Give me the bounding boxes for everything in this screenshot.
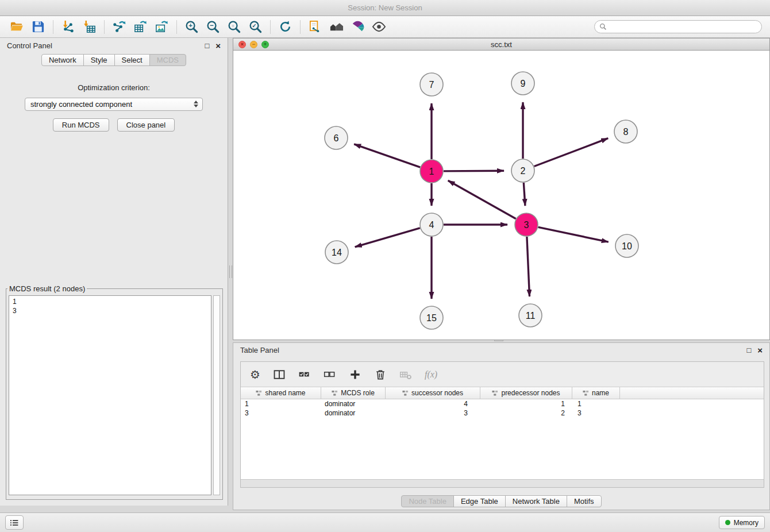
graph-node-7[interactable]: 7 [420, 73, 443, 96]
close-table-panel-icon[interactable]: × [757, 346, 763, 354]
control-tab-mcds[interactable]: MCDS [149, 54, 186, 66]
table-horizontal-scrollbar[interactable] [241, 479, 764, 487]
graph-node-8[interactable]: 8 [614, 120, 637, 143]
window-close-button[interactable]: × [238, 41, 246, 48]
show-hide-button[interactable] [370, 18, 387, 36]
search-input[interactable] [610, 22, 757, 32]
table-cell: 3 [386, 408, 480, 418]
sort-icon [256, 390, 262, 396]
refresh-button[interactable] [276, 18, 294, 36]
graph-edge-3-1[interactable] [448, 180, 516, 219]
network-window-titlebar[interactable]: × − + scc.txt [233, 38, 769, 51]
float-table-panel-icon[interactable]: □ [746, 346, 751, 354]
graph-node-6[interactable]: 6 [325, 126, 348, 149]
import-table-button[interactable] [80, 18, 98, 36]
graph-node-2[interactable]: 2 [511, 159, 534, 182]
column-header-shared-name[interactable]: shared name [241, 387, 321, 399]
network-from-selection-button[interactable] [306, 18, 324, 36]
export-network-button[interactable] [110, 18, 128, 36]
svg-text:+: + [188, 22, 192, 29]
svg-text:11: 11 [526, 311, 536, 321]
svg-text:✓: ✓ [252, 22, 256, 29]
graph-node-9[interactable]: 9 [511, 72, 534, 95]
close-panel-button[interactable]: Close panel [117, 118, 175, 132]
table-tab-node-table[interactable]: Node Table [401, 495, 454, 507]
paint-style-button[interactable] [349, 18, 366, 36]
vertical-splitter-grip[interactable] [229, 265, 232, 278]
window-maximize-button[interactable]: + [261, 41, 269, 48]
save-session-button[interactable] [29, 18, 47, 36]
result-scrollbar[interactable] [213, 295, 220, 495]
graph-node-14[interactable]: 14 [325, 241, 348, 264]
float-panel-icon[interactable]: □ [205, 42, 209, 49]
graph-edge-3-10[interactable] [538, 227, 609, 242]
table-settings-button[interactable]: ⚙ [250, 369, 260, 380]
control-panel: Control Panel □ × NetworkStyleSelectMCDS… [0, 38, 228, 506]
network-graph[interactable]: 7968124314101511 [233, 51, 769, 340]
table-tab-edge-table[interactable]: Edge Table [453, 495, 506, 507]
control-panel-tabs: NetworkStyleSelectMCDS [0, 54, 228, 66]
graph-edge-4-14[interactable] [355, 228, 420, 247]
home-button[interactable] [328, 18, 345, 36]
plus-icon [349, 368, 361, 381]
network-canvas[interactable]: 7968124314101511 [233, 51, 769, 340]
table-tab-motifs[interactable]: Motifs [567, 495, 602, 507]
zoom-fit-button[interactable]: ▫ [225, 18, 242, 36]
refresh-icon [278, 20, 292, 34]
mcds-result-text: 1 3 [9, 295, 211, 495]
criterion-select[interactable]: strongly connected component [25, 98, 203, 111]
main-toolbar: + − ▫ ✓ [0, 16, 770, 38]
window-titlebar[interactable]: Session: New Session [0, 0, 770, 16]
deselect-all-button[interactable] [324, 368, 336, 381]
import-network-button[interactable] [59, 18, 76, 36]
function-builder-button[interactable]: f(x) [425, 369, 437, 380]
open-file-button[interactable] [8, 18, 25, 36]
graph-node-3[interactable]: 3 [515, 213, 538, 236]
network-view-window: × − + scc.txt 7968124314101511 [233, 38, 770, 340]
zoom-in-button[interactable]: + [183, 18, 200, 36]
gear-icon: ⚙ [250, 369, 260, 380]
graph-node-4[interactable]: 4 [420, 213, 443, 236]
add-row-button[interactable] [349, 368, 361, 381]
graph-edge-2-8[interactable] [534, 138, 609, 167]
zoom-out-button[interactable]: − [204, 18, 221, 36]
trash-icon [374, 368, 387, 381]
export-image-button[interactable] [153, 18, 170, 36]
window-minimize-button[interactable]: − [250, 41, 257, 48]
graph-edge-3-11[interactable] [527, 237, 530, 296]
column-header-name[interactable]: name [572, 387, 620, 399]
panel-toggle-button[interactable] [5, 515, 24, 530]
graph-node-10[interactable]: 10 [615, 234, 638, 257]
graph-node-1[interactable]: 1 [420, 160, 443, 183]
table-cell: 4 [386, 399, 480, 408]
graph-edge-1-6[interactable] [354, 144, 420, 167]
table-cell: 1 [241, 399, 321, 408]
table-tab-network-table[interactable]: Network Table [505, 495, 567, 507]
export-table-button[interactable] [132, 18, 149, 36]
graph-node-11[interactable]: 11 [519, 304, 542, 327]
table-row[interactable]: 3dominator323 [241, 408, 764, 418]
select-all-button[interactable] [298, 368, 311, 381]
search-box[interactable] [594, 20, 762, 33]
svg-text:1: 1 [429, 167, 434, 176]
zoom-selected-button[interactable]: ✓ [247, 18, 264, 36]
run-mcds-button[interactable]: Run MCDS [53, 118, 109, 132]
control-tab-select[interactable]: Select [114, 54, 150, 66]
column-header-successor-nodes[interactable]: successor nodes [386, 387, 480, 399]
delete-row-button[interactable] [374, 368, 387, 381]
table-row[interactable]: 1dominator411 [241, 399, 764, 408]
deselect-all-icon [324, 368, 336, 381]
toolbar-separator [53, 20, 53, 34]
close-panel-icon[interactable]: × [215, 41, 221, 50]
show-columns-button[interactable] [273, 368, 286, 381]
column-header-filler [620, 387, 764, 399]
graph-edge-2-3[interactable] [523, 183, 525, 206]
control-tab-style[interactable]: Style [83, 54, 115, 66]
graph-edge-1-2[interactable] [444, 171, 504, 171]
graph-node-15[interactable]: 15 [420, 306, 443, 329]
column-header-MCDS-role[interactable]: MCDS role [321, 387, 386, 399]
control-tab-network[interactable]: Network [41, 54, 84, 66]
memory-button[interactable]: Memory [719, 516, 765, 529]
eye-icon [372, 20, 386, 34]
column-header-predecessor-nodes[interactable]: predecessor nodes [480, 387, 572, 399]
